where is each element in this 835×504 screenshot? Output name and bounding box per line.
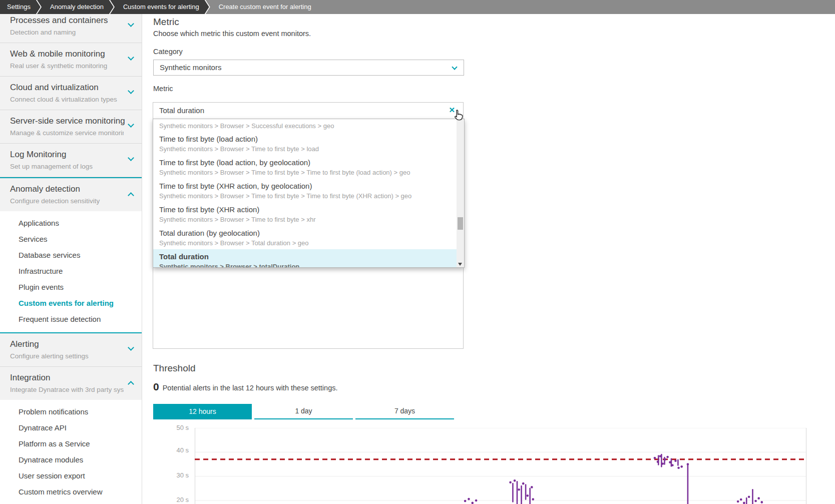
dropdown-scrollbar[interactable] [457,119,464,267]
dropdown-item-ttfb-xhr[interactable]: Time to first byte (XHR action) Syntheti… [153,202,457,226]
category-select-value: Synthetic monitors [160,63,221,72]
dropdown-item-ttfb-xhr-geo[interactable]: Time to first byte (XHR action, by geolo… [153,179,457,202]
section-title: Web & mobile monitoring [10,49,124,59]
sidebar-section-cloud-virtualization: Cloud and virtualization Connect cloud &… [0,77,142,110]
sidebar-item-services[interactable]: Services [0,231,142,247]
dropdown-item-title: Time to first byte (XHR action, by geolo… [159,181,457,191]
chevron-up-icon [128,192,134,199]
section-title: Alerting [10,339,124,349]
breadcrumb-anomaly-detection[interactable]: Anomaly detection [37,0,114,14]
y-axis-tick-50s: 50 s [163,424,189,432]
metric-search-input[interactable]: Total duration ✕ [153,103,463,119]
section-title: Server-side service monitoring [10,116,124,126]
sidebar-item-frequent-issue-detection[interactable]: Frequent issue detection [0,311,142,327]
tab-12-hours[interactable]: 12 hours [153,404,252,419]
section-title: Cloud and virtualization [10,83,124,93]
sidebar-header-web-mobile-monitoring[interactable]: Web & mobile monitoring Real user & synt… [0,43,142,76]
sidebar-item-dynatrace-api[interactable]: Dynatrace API [0,420,142,436]
section-subtitle: Configure alerting settings [10,352,124,360]
sidebar-section-log-monitoring: Log Monitoring Set up management of logs [0,144,142,177]
dropdown-item-total-duration[interactable]: Total duration Synthetic monitors > Brow… [153,249,457,268]
scrollbar-thumb[interactable] [458,217,463,230]
metric-input-value: Total duration [153,103,463,119]
sidebar-header-log-monitoring[interactable]: Log Monitoring Set up management of logs [0,144,142,177]
dropdown-item-ttfb-load-geo[interactable]: Time to first byte (load action, by geol… [153,155,457,179]
integration-subitems: Problem notifications Dynatrace API Plat… [0,400,142,504]
section-title: Log Monitoring [10,150,124,160]
section-subtitle: Connect cloud & virtualization types [10,96,124,103]
dropdown-item-path: Synthetic monitors > Browser > Time to f… [159,145,457,153]
breadcrumb-settings[interactable]: Settings [0,0,41,14]
alert-count-text: Potential alerts in the last 12 hours wi… [163,384,338,392]
section-title: Anomaly detection [10,184,124,194]
sidebar-header-processes-and-containers[interactable]: Processes and containers Detection and n… [0,14,142,43]
section-title: Integration [10,373,124,383]
sidebar-item-custom-metrics-overview[interactable]: Custom metrics overview [0,484,142,500]
sidebar-item-applications[interactable]: Applications [0,215,142,231]
dropdown-item-title: Total duration (by geolocation) [159,228,457,238]
clear-input-icon[interactable]: ✕ [449,103,455,118]
threshold-preview-chart [195,428,806,504]
sidebar-header-server-side-monitoring[interactable]: Server-side service monitoring Manage & … [0,110,142,143]
chevron-down-icon [128,21,134,27]
section-subtitle: Real user & synthetic monitoring [10,62,124,70]
sidebar-section-anomaly-detection: Anomaly detection Configure detection se… [0,177,142,333]
metric-select-widget: Total duration ✕ Synthetic monitors > Br… [153,102,464,349]
dropdown-item-successful-executions[interactable]: Synthetic monitors > Browser > Successfu… [153,119,457,132]
metric-description: Choose which metric this custom event mo… [153,30,311,38]
dropdown-item-title: Total duration [159,252,457,262]
dropdown-item-path: Synthetic monitors > Browser > Time to f… [159,192,457,200]
metric-heading: Metric [153,17,179,28]
sidebar-header-cloud-virtualization[interactable]: Cloud and virtualization Connect cloud &… [0,77,142,110]
sidebar-item-plugin-events[interactable]: Plugin events [0,279,142,295]
sidebar-header-anomaly-detection[interactable]: Anomaly detection Configure detection se… [0,178,142,211]
breadcrumb-custom-events-for-alerting[interactable]: Custom events for alerting [110,0,209,14]
metric-dropdown: Synthetic monitors > Browser > Successfu… [153,119,465,268]
section-subtitle: Set up management of logs [10,163,124,170]
chevron-down-icon [128,344,134,351]
dropdown-item-path: Synthetic monitors > Browser > Time to f… [159,168,457,177]
scrollbar-down-arrow-icon[interactable] [458,263,462,266]
sidebar-section-integration: Integration Integrate Dynatrace with 3rd… [0,367,142,504]
sidebar-item-infrastructure[interactable]: Infrastructure [0,263,142,279]
metric-field-label: Metric [153,85,173,93]
tab-7-days[interactable]: 7 days [355,404,454,419]
breadcrumb: Settings Anomaly detection Custom events… [0,0,835,14]
section-subtitle: Detection and naming [10,29,124,36]
chevron-down-icon [128,54,134,61]
chevron-up-icon [128,381,134,387]
sidebar-item-problem-notifications[interactable]: Problem notifications [0,404,142,420]
sidebar-section-web-mobile-monitoring: Web & mobile monitoring Real user & synt… [0,43,142,77]
sidebar-item-custom-events-for-alerting[interactable]: Custom events for alerting [0,295,142,311]
main-content: Metric Choose which metric this custom e… [143,14,835,504]
settings-sidebar: Processes and containers Detection and n… [0,14,142,504]
timeframe-tabs: 12 hours 1 day 7 days [153,404,454,419]
y-axis-tick-30s: 30 s [163,471,189,479]
sidebar-section-server-side-monitoring: Server-side service monitoring Manage & … [0,110,142,144]
chevron-down-icon [128,121,134,128]
sidebar-section-processes-and-containers: Processes and containers Detection and n… [0,14,142,43]
y-axis-tick-40s: 40 s [163,446,189,454]
dropdown-item-path: Synthetic monitors > Browser > Successfu… [159,122,334,130]
dropdown-item-title: Time to first byte (load action) [159,134,457,144]
section-subtitle: Configure detection sensitivity [10,197,124,205]
dropdown-item-path: Synthetic monitors > Browser > totalDura… [159,262,457,268]
sidebar-item-dynatrace-modules[interactable]: Dynatrace modules [0,452,142,468]
sidebar-item-user-session-export[interactable]: User session export [0,468,142,484]
sidebar-header-integration[interactable]: Integration Integrate Dynatrace with 3rd… [0,367,142,400]
tab-1-day[interactable]: 1 day [254,404,353,419]
potential-alerts-line: 0 Potential alerts in the last 12 hours … [153,381,338,393]
breadcrumb-create-custom-event: Create custom event for alerting [206,0,835,14]
alert-count: 0 [153,381,159,393]
sidebar-header-alerting[interactable]: Alerting Configure alerting settings [0,333,142,366]
anomaly-detection-subitems: Applications Services Database services … [0,211,142,332]
metric-dropdown-list: Synthetic monitors > Browser > Successfu… [153,119,457,268]
category-select[interactable]: Synthetic monitors [153,60,464,76]
page: { "breadcrumb": { "items": ["Settings", … [0,0,835,504]
dropdown-item-ttfb-load[interactable]: Time to first byte (load action) Synthet… [153,132,457,155]
sidebar-item-platform-as-a-service[interactable]: Platform as a Service [0,436,142,452]
dropdown-item-total-duration-geo[interactable]: Total duration (by geolocation) Syntheti… [153,226,457,249]
dropdown-item-title: Time to first byte (load action, by geol… [159,158,457,168]
dropdown-item-title: Time to first byte (XHR action) [159,205,457,215]
sidebar-item-database-services[interactable]: Database services [0,247,142,263]
